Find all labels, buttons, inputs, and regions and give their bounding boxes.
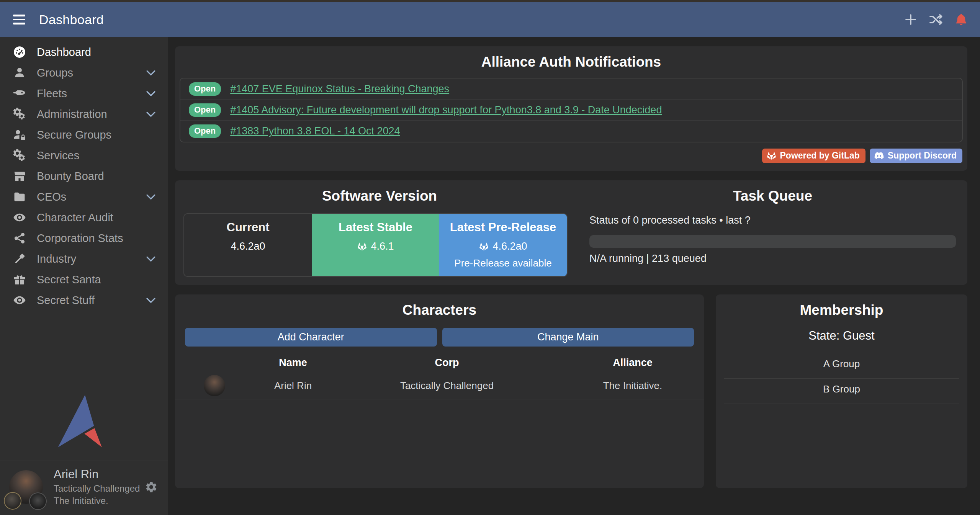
cell-name: Ariel Rin [254, 380, 332, 392]
sidebar-item-secure-groups[interactable]: Secure Groups [0, 124, 168, 145]
character-avatar [175, 375, 254, 396]
user-corp: Tactically Challenged [54, 482, 140, 495]
sidebar-item-label: Industry [37, 253, 76, 265]
sidebar-item-label: Corporation Stats [37, 232, 123, 245]
notification-row: Open#1383 Python 3.8 EOL - 14 Oct 2024 [180, 121, 962, 142]
user-settings-gear-icon[interactable] [145, 481, 158, 494]
discord-icon [874, 150, 884, 161]
footer-badges: Powered by GitLab Support Discord [762, 149, 963, 163]
table-row: Ariel RinTactically ChallengedThe Initia… [175, 372, 704, 399]
chevron-down-icon [145, 253, 157, 265]
chevron-down-icon [145, 108, 157, 120]
notification-link[interactable]: #1383 Python 3.8 EOL - 14 Oct 2024 [230, 125, 400, 137]
membership-group-row: A Group [724, 353, 959, 379]
software-version-box: Current4.6.2a0Latest Stable4.6.1Latest P… [183, 213, 568, 277]
version-card-value: 4.6.2a0 [439, 240, 567, 252]
sidebar-item-fleets[interactable]: Fleets [0, 83, 168, 104]
sidebar-item-secret-stuff[interactable]: Secret Stuff [0, 290, 168, 311]
character-portrait [204, 375, 225, 396]
change-main-button[interactable]: Change Main [442, 328, 694, 347]
shuttle-icon [11, 87, 28, 100]
notification-link[interactable]: #1405 Advisory: Future development will … [230, 104, 662, 116]
sidebar-item-label: CEOs [37, 191, 66, 203]
characters-panel: Characters Add Character Change Main Nam… [175, 294, 704, 488]
body-row: DashboardGroupsFleetsAdministrationSecur… [0, 37, 980, 515]
sidebar-item-label: Secret Stuff [37, 294, 95, 307]
user-alliance: The Initiative. [54, 495, 140, 507]
chevron-down-icon [145, 87, 157, 100]
eye-icon [11, 293, 28, 307]
notification-row: Open#1407 EVE Equinox Status - Breaking … [180, 78, 962, 100]
notification-link[interactable]: #1407 EVE Equinox Status - Breaking Chan… [230, 83, 449, 95]
navbar-actions [903, 12, 969, 27]
share-icon [11, 231, 28, 245]
sidebar-item-label: Secure Groups [37, 129, 111, 141]
characters-title: Characters [175, 294, 704, 318]
version-taskqueue-panel: Software Version Current4.6.2a0Latest St… [175, 180, 967, 285]
characters-table: Name Corp Alliance Ariel RinTactically C… [175, 353, 704, 399]
gitlab-icon [766, 150, 777, 161]
user-lock-icon [11, 128, 28, 142]
corp-logo [4, 492, 21, 510]
gears-icon [11, 107, 28, 121]
sidebar-item-administration[interactable]: Administration [0, 104, 168, 124]
notification-row: Open#1405 Advisory: Future development w… [180, 100, 962, 121]
app-root: Dashboard DashboardGroupsFleetsAdministr… [0, 0, 980, 515]
version-card-value: 4.6.2a0 [184, 240, 312, 252]
characters-actions: Add Character Change Main [185, 328, 694, 347]
gears-icon [11, 149, 28, 162]
notifications-list: Open#1407 EVE Equinox Status - Breaking … [180, 78, 963, 142]
sidebar-toggle-button[interactable] [11, 12, 27, 27]
cell-corp: Tactically Challenged [332, 380, 561, 392]
sidebar-item-dashboard[interactable]: Dashboard [0, 42, 168, 62]
membership-panel: Membership State: Guest A GroupB Group [716, 294, 967, 488]
sidebar-item-bounty-board[interactable]: Bounty Board [0, 166, 168, 186]
col-header-corp: Corp [332, 357, 561, 369]
page-title: Dashboard [39, 12, 104, 27]
sidebar-item-label: Services [37, 149, 79, 162]
notifications-panel: Alliance Auth Notifications Open#1407 EV… [175, 46, 967, 171]
software-version-section: Software Version Current4.6.2a0Latest St… [175, 180, 576, 285]
user-text: Ariel Rin Tactically Challenged The Init… [54, 467, 140, 507]
software-version-title: Software Version [183, 180, 576, 204]
sidebar-item-services[interactable]: Services [0, 145, 168, 166]
version-card-label: Latest Pre-Release [439, 221, 567, 234]
sidebar-item-corporation-stats[interactable]: Corporation Stats [0, 228, 168, 249]
characters-table-body: Ariel RinTactically ChallengedThe Initia… [175, 372, 704, 399]
alliance-logo [29, 492, 47, 510]
eye-icon [11, 211, 28, 224]
chevron-down-icon [145, 67, 157, 79]
version-card-value: 4.6.1 [312, 240, 439, 252]
sidebar-item-industry[interactable]: Industry [0, 249, 168, 269]
version-card-latest-stable: Latest Stable4.6.1 [312, 214, 439, 276]
col-header-alliance: Alliance [561, 357, 704, 369]
membership-state: State: Guest [716, 329, 967, 343]
sidebar-item-character-audit[interactable]: Character Audit [0, 207, 168, 228]
task-queue-progress-bar [589, 235, 956, 248]
folder-icon [11, 190, 28, 204]
gitlab-badge[interactable]: Powered by GitLab [762, 149, 865, 163]
notifications-bell-icon[interactable] [954, 12, 969, 27]
user-icon [11, 66, 28, 80]
gauge-icon [11, 45, 28, 59]
sidebar-item-secret-santa[interactable]: Secret Santa [0, 269, 168, 290]
bottom-row: Characters Add Character Change Main Nam… [175, 294, 967, 488]
plus-icon[interactable] [903, 12, 918, 27]
gitlab-icon [357, 241, 367, 252]
user-name: Ariel Rin [54, 467, 140, 482]
sidebar-item-groups[interactable]: Groups [0, 62, 168, 83]
discord-badge[interactable]: Support Discord [870, 149, 962, 163]
membership-group-row: B Group [724, 379, 959, 404]
gifts-icon [11, 273, 28, 286]
sidebar-item-label: Fleets [37, 87, 67, 100]
shuffle-icon[interactable] [929, 12, 943, 27]
add-character-button[interactable]: Add Character [185, 328, 437, 347]
status-badge: Open [189, 103, 221, 117]
sidebar-item-ceos[interactable]: CEOs [0, 186, 168, 207]
sidebar-menu: DashboardGroupsFleetsAdministrationSecur… [0, 37, 168, 311]
user-avatar [9, 470, 43, 504]
sidebar-item-label: Groups [37, 67, 73, 79]
main-content: Alliance Auth Notifications Open#1407 EV… [168, 37, 980, 515]
chevron-down-icon [145, 191, 157, 203]
sidebar-item-label: Administration [37, 108, 107, 121]
